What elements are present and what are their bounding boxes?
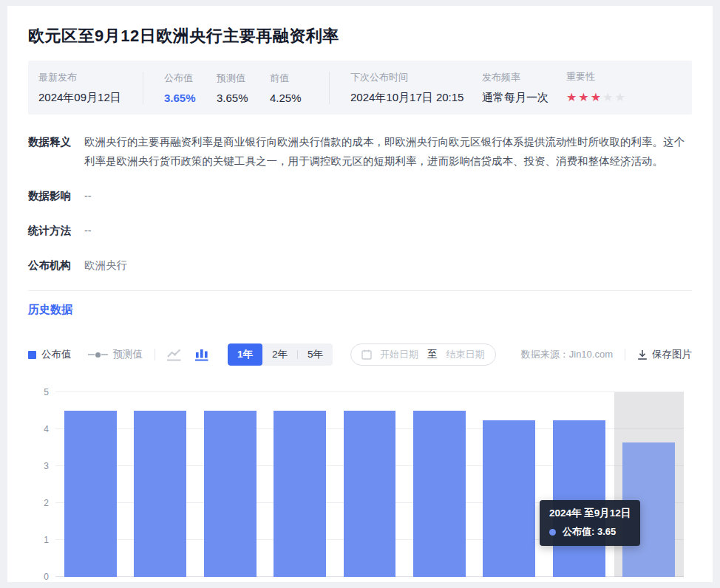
gridline (55, 392, 684, 392)
bar-公布值-2[interactable] (204, 411, 257, 577)
importance-stars: ★★★★★ (566, 90, 627, 105)
forecast-value: 预测值 3.65% (217, 72, 270, 104)
download-icon (637, 349, 648, 360)
history-chart: 012345 2023年 至9月14日2023年 至12月14日2024年 至3… (28, 383, 692, 582)
previous-number: 4.25% (270, 92, 329, 104)
y-axis-tick-label: 0 (44, 572, 49, 582)
section-divider (28, 290, 692, 291)
end-date-field[interactable]: 结束日期 (446, 348, 485, 361)
calendar-icon (361, 349, 372, 360)
tab-2-year[interactable]: 2年 (262, 343, 297, 366)
legend-forecast-label: 预测值 (113, 348, 143, 361)
frequency-value: 通常每月一次 (482, 91, 566, 105)
star-icon: ★ (602, 91, 614, 103)
bar-公布值-5[interactable] (413, 411, 466, 577)
y-axis: 012345 (28, 392, 49, 577)
bar-公布值-1[interactable] (134, 411, 186, 577)
published-value: 公布值 3.65% (164, 72, 217, 104)
latest-release: 最新发布 2024年09月12日 (38, 71, 143, 105)
y-axis-tick-label: 3 (44, 461, 49, 471)
legend-forecast-dot (95, 352, 101, 358)
summary-divider (143, 72, 143, 104)
star-icon: ★ (566, 91, 578, 103)
legend-forecast-marker (88, 354, 95, 355)
next-release-time: 下次公布时间 2024年10月17日 20:15 (350, 71, 482, 105)
impact-text: -- (84, 186, 92, 205)
summary-divider (329, 72, 330, 104)
chart-controls: 公布值 预测值 1年 2年 (28, 343, 692, 366)
next-release-value: 2024年10月17日 20:15 (350, 91, 482, 105)
tooltip-row: 公布值: 3.65 (549, 525, 631, 539)
y-axis-tick-label: 2 (44, 498, 49, 508)
latest-release-value: 2024年09月12日 (38, 91, 143, 105)
latest-release-label: 最新发布 (38, 71, 143, 84)
y-axis-tick-label: 5 (44, 387, 49, 397)
start-date-field[interactable]: 开始日期 (380, 348, 418, 361)
star-icon: ★ (578, 91, 590, 103)
method-label: 统计方法 (28, 221, 72, 240)
page-title: 欧元区至9月12日欧洲央行主要再融资利率 (28, 25, 692, 47)
line-chart-icon[interactable] (167, 349, 182, 361)
date-to-label: 至 (427, 348, 438, 361)
importance: 重要性 ★★★★★ (566, 70, 627, 105)
bar-公布值-7[interactable] (553, 420, 605, 578)
legend-published[interactable]: 公布值 (28, 348, 72, 361)
bar-公布值-6[interactable] (483, 420, 535, 578)
data-source-text: 数据来源：Jin10.com (521, 348, 613, 361)
legend-published-marker (28, 351, 36, 359)
tooltip-series-dot (549, 529, 556, 536)
tooltip-title: 2024年 至9月12日 (549, 507, 631, 520)
page-card: 欧元区至9月12日欧洲央行主要再融资利率 最新发布 2024年09月12日 公布… (7, 6, 713, 582)
published-number: 3.65% (164, 92, 217, 104)
previous-label: 前值 (270, 72, 329, 85)
forecast-label: 预测值 (217, 72, 270, 85)
tooltip-value-text: 公布值: 3.65 (563, 525, 616, 539)
range-tabs: 1年 2年 5年 (228, 343, 333, 366)
details-section: 数据释义 欧洲央行的主要再融资利率是商业银行向欧洲央行借款的成本，即欧洲央行向欧… (28, 132, 692, 275)
y-axis-tick-label: 1 (44, 535, 49, 545)
detail-row-definition: 数据释义 欧洲央行的主要再融资利率是商业银行向欧洲央行借款的成本，即欧洲央行向欧… (28, 132, 692, 171)
release-frequency: 发布频率 通常每月一次 (482, 71, 566, 105)
institution-label: 公布机构 (28, 256, 72, 275)
bar-公布值-0[interactable] (64, 411, 117, 577)
y-axis-tick-label: 4 (44, 424, 49, 434)
published-label: 公布值 (164, 72, 217, 85)
legend-forecast[interactable]: 预测值 (88, 348, 143, 361)
institution-text: 欧洲央行 (84, 256, 127, 275)
history-section-title: 历史数据 (28, 303, 692, 317)
definition-text: 欧洲央行的主要再融资利率是商业银行向欧洲央行借款的成本，即欧洲央行向欧元区银行体… (84, 132, 692, 171)
star-icon: ★ (614, 91, 626, 103)
definition-label: 数据释义 (28, 132, 72, 171)
importance-label: 重要性 (566, 70, 627, 83)
legend-forecast-marker (101, 354, 108, 355)
bar-chart-icon[interactable] (195, 349, 210, 361)
vertical-divider (625, 349, 625, 360)
tab-1-year[interactable]: 1年 (228, 343, 262, 366)
star-icon: ★ (591, 91, 602, 103)
bar-公布值-3[interactable] (274, 411, 326, 577)
bar-公布值-4[interactable] (344, 411, 396, 577)
previous-value: 前值 4.25% (270, 72, 329, 104)
method-text: -- (84, 221, 92, 240)
vertical-divider (154, 349, 155, 360)
next-release-label: 下次公布时间 (350, 71, 482, 84)
impact-label: 数据影响 (28, 186, 72, 205)
legend-published-label: 公布值 (41, 348, 72, 361)
save-image-button[interactable]: 保存图片 (637, 348, 692, 361)
plot-area (55, 392, 684, 577)
chart-tooltip: 2024年 至9月12日 公布值: 3.65 (540, 500, 640, 546)
detail-row-impact: 数据影响 -- (28, 186, 692, 205)
forecast-number: 3.65% (217, 92, 270, 104)
summary-bar: 最新发布 2024年09月12日 公布值 3.65% 预测值 3.65% 前值 … (28, 61, 692, 114)
frequency-label: 发布频率 (482, 71, 566, 84)
detail-row-method: 统计方法 -- (28, 221, 692, 240)
save-image-label: 保存图片 (652, 348, 692, 361)
detail-row-institution: 公布机构 欧洲央行 (28, 256, 692, 275)
date-range-picker[interactable]: 开始日期 至 结束日期 (350, 343, 496, 366)
tab-5-year[interactable]: 5年 (298, 343, 333, 366)
